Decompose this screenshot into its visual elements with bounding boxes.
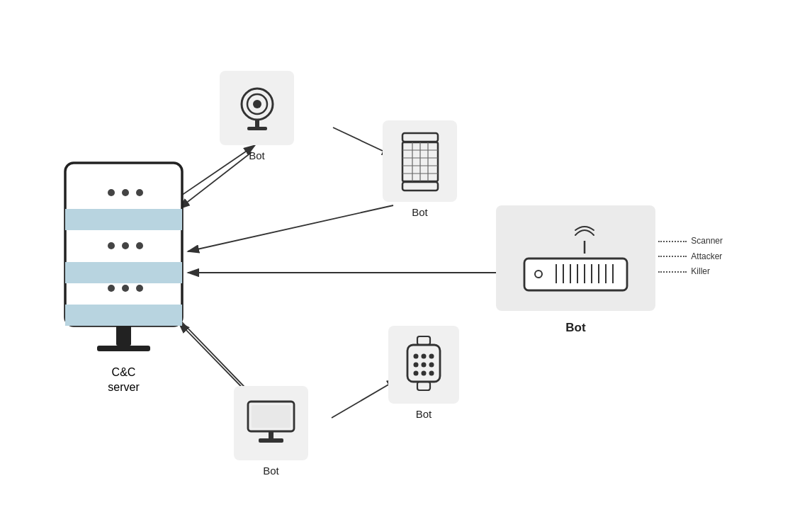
router-scanner-label: Scanner [691,236,723,246]
bot-webcam-node: Bot [220,71,294,161]
router-killer-label: Killer [691,266,710,276]
monitor-icon [244,398,298,449]
svg-point-17 [108,242,115,249]
router-labels: Scanner Attacker Killer [658,234,723,280]
svg-rect-12 [65,262,182,283]
svg-rect-41 [524,258,627,290]
svg-line-5 [188,205,393,251]
diagram-container: C&C server Bot [0,0,812,517]
monitor-icon-box [234,386,308,460]
router-icon-box: Scanner Attacker Killer [496,205,655,311]
svg-rect-13 [65,305,182,326]
svg-point-59 [429,362,434,367]
bot-barrel-node: Bot [383,120,457,218]
svg-point-27 [253,100,261,108]
watch-icon [402,335,446,395]
bot-monitor-node: Bot [234,386,308,477]
svg-point-60 [414,370,419,375]
svg-point-14 [108,189,115,196]
svg-point-61 [422,370,427,375]
svg-rect-39 [402,182,438,191]
webcam-icon-box [220,71,294,145]
svg-point-21 [122,285,129,292]
router-icon [514,220,638,297]
bot-monitor-label: Bot [263,465,279,477]
svg-point-20 [108,285,115,292]
svg-point-18 [122,242,129,249]
svg-rect-52 [417,336,430,345]
svg-point-54 [414,353,419,358]
svg-rect-24 [97,346,150,351]
server-icon [58,156,189,361]
bot-watch-label: Bot [416,408,432,420]
barrel-icon [399,130,441,193]
webcam-icon [232,83,283,134]
svg-rect-65 [252,405,291,428]
svg-rect-30 [402,133,438,142]
svg-rect-67 [259,438,283,443]
svg-rect-29 [247,127,267,130]
bot-webcam-label: Bot [249,149,265,161]
svg-point-62 [429,370,434,375]
svg-point-22 [136,285,143,292]
bot-router-node: Scanner Attacker Killer Bot [496,205,655,335]
svg-point-56 [429,353,434,358]
bot-router-label: Bot [565,321,585,335]
router-attacker-label: Attacker [691,251,722,261]
svg-rect-28 [255,120,259,127]
svg-rect-66 [269,431,274,438]
svg-point-57 [414,362,419,367]
bot-barrel-label: Bot [412,206,428,218]
bot-watch-node: Bot [388,326,459,420]
cnc-server-node: C&C server [58,156,189,395]
svg-rect-11 [65,209,182,230]
watch-icon-box [388,326,459,404]
svg-point-16 [136,189,143,196]
cnc-label-line2: server [108,380,139,395]
svg-rect-63 [417,382,430,390]
svg-point-19 [136,242,143,249]
svg-point-15 [122,189,129,196]
svg-rect-23 [116,326,131,346]
barrel-icon-box [383,120,457,202]
svg-point-55 [422,353,427,358]
svg-point-58 [422,362,427,367]
cnc-label-line1: C&C [108,365,139,380]
